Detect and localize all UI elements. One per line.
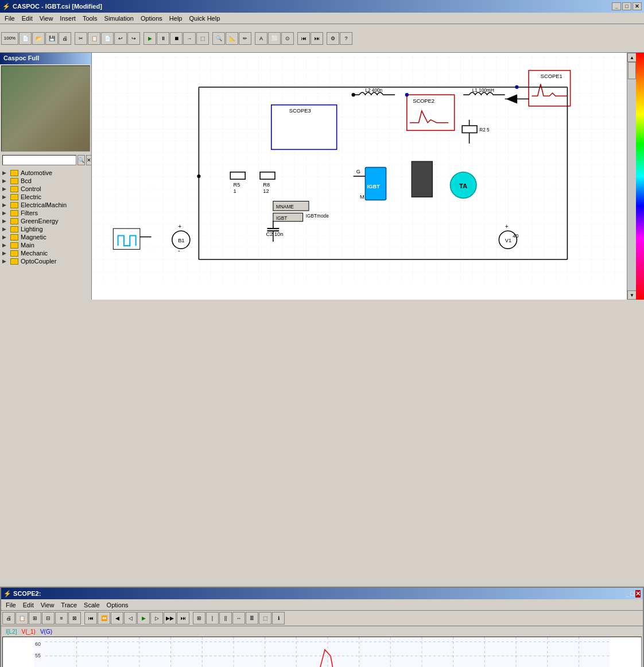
- scope2-menu-view[interactable]: View: [37, 600, 58, 610]
- toolbar-stop[interactable]: ⏹: [170, 32, 183, 45]
- sidebar: Caspoc Full 🔍 ✕ ▶ Automotive ▶ Bcd ▶: [0, 53, 92, 300]
- scope-tb-3[interactable]: ≡: [55, 612, 68, 625]
- menu-bar: File Edit View Insert Tools Simulation O…: [0, 13, 644, 24]
- menu-view[interactable]: View: [36, 14, 57, 23]
- folder-icon: [10, 178, 18, 184]
- toolbar-help[interactable]: ?: [340, 32, 352, 45]
- scope-tb-list[interactable]: ≣: [246, 612, 258, 625]
- sidebar-item-automotive[interactable]: ▶ Automotive: [1, 169, 90, 177]
- toolbar-paste[interactable]: 📄: [101, 32, 114, 45]
- scope2-plot[interactable]: 0 5 10 15 20 25 30 35 40 45 50 55 60: [2, 637, 642, 667]
- menu-quickhelp[interactable]: Quick Help: [185, 14, 223, 23]
- sidebar-item-electric[interactable]: ▶ Electric: [1, 193, 90, 201]
- scope2-menu-edit[interactable]: Edit: [20, 600, 37, 610]
- sidebar-item-electricalmachin[interactable]: ▶ ElectricalMachin: [1, 201, 90, 209]
- sidebar-item-greenenergy[interactable]: ▶ GreenEnergy: [1, 217, 90, 225]
- scroll-up-button[interactable]: ▲: [627, 53, 637, 62]
- scope-tb-prev[interactable]: ⏪: [98, 612, 110, 625]
- minimize-button[interactable]: _: [612, 2, 621, 10]
- toolbar-zoomin[interactable]: 🔍: [212, 32, 225, 45]
- scope-tb-cursor2[interactable]: ||: [219, 612, 232, 625]
- scope-tb-forward[interactable]: ▷: [150, 612, 163, 625]
- tree-label: GreenEnergy: [21, 218, 58, 224]
- scope-tb-2[interactable]: ⊟: [42, 612, 55, 625]
- scroll-down-button[interactable]: ▼: [627, 290, 637, 300]
- toolbar-circle[interactable]: ⊙: [281, 32, 294, 45]
- main-vertical-scrollbar[interactable]: ▲ ▼: [627, 53, 636, 300]
- folder-icon: [10, 194, 18, 200]
- scope-tb-grid[interactable]: ⊞: [193, 612, 205, 625]
- scope2-minimize[interactable]: _: [626, 590, 629, 598]
- sidebar-item-optocoupler[interactable]: ▶ OptoCoupler: [1, 257, 90, 265]
- toolbar-step[interactable]: →: [183, 32, 196, 45]
- scope-tb-4[interactable]: ⊠: [68, 612, 81, 625]
- scope2-menu-file[interactable]: File: [2, 600, 20, 610]
- toolbar-run[interactable]: ▶: [143, 32, 156, 45]
- svg-text:IGBT: IGBT: [276, 216, 287, 221]
- scope-tb-back[interactable]: ◁: [124, 612, 137, 625]
- toolbar-print[interactable]: 🖨: [59, 32, 71, 45]
- sidebar-item-filters[interactable]: ▶ Filters: [1, 209, 90, 217]
- toolbar-undo[interactable]: ↩: [114, 32, 127, 45]
- scope-tb-first[interactable]: ⏮: [84, 612, 97, 625]
- toolbar-new[interactable]: 📄: [19, 32, 32, 45]
- expand-icon: ▶: [2, 194, 8, 200]
- scope2-maximize[interactable]: □: [630, 590, 634, 598]
- maximize-button[interactable]: □: [622, 2, 631, 10]
- tree-label: Magnetic: [21, 234, 46, 241]
- scope-tb-print[interactable]: 🖨: [2, 612, 15, 625]
- toolbar-wire[interactable]: ✏: [239, 32, 251, 45]
- toolbar-copy[interactable]: 📋: [88, 32, 100, 45]
- toolbar-text[interactable]: A: [255, 32, 267, 45]
- sidebar-item-magnetic[interactable]: ▶ Magnetic: [1, 233, 90, 241]
- scope-tb-play[interactable]: ▶: [137, 612, 150, 625]
- scope-tb-1[interactable]: ⊞: [29, 612, 41, 625]
- toolbar-box[interactable]: ⬜: [268, 32, 281, 45]
- sidebar-item-main[interactable]: ▶ Main: [1, 241, 90, 249]
- scope-tb-last[interactable]: ⏭: [177, 612, 189, 625]
- sidebar-preview: [2, 66, 90, 151]
- scope2-close[interactable]: ✕: [635, 590, 641, 598]
- menu-options[interactable]: Options: [137, 14, 166, 23]
- scope-tb-cursor1[interactable]: |: [206, 612, 219, 625]
- toolbar-redo[interactable]: ↪: [127, 32, 140, 45]
- tree-label: Mechanic: [21, 250, 48, 257]
- scope-tb-fullscreen[interactable]: ⬚: [259, 612, 271, 625]
- scope-tb-rewind[interactable]: ◀: [111, 612, 123, 625]
- menu-tools[interactable]: Tools: [79, 14, 101, 23]
- scope-tb-info[interactable]: ℹ: [272, 612, 285, 625]
- svg-point-22: [405, 93, 409, 96]
- toolbar-pause[interactable]: ⏸: [157, 32, 169, 45]
- toolbar-first[interactable]: ⏮: [297, 32, 310, 45]
- search-clear[interactable]: ✕: [86, 155, 92, 165]
- menu-simulation[interactable]: Simulation: [101, 14, 137, 23]
- scope-tb-fforward[interactable]: ▶▶: [164, 612, 176, 625]
- scope2-title: ⚡ SCOPE2:: [3, 590, 41, 598]
- schematic-area[interactable]: SCOPE1 SCOPE2 SCOPE3 L2 400n: [92, 53, 627, 300]
- scope2-menu-scale[interactable]: Scale: [80, 600, 103, 610]
- toolbar-cut[interactable]: ✂: [75, 32, 87, 45]
- scope-tb-copy[interactable]: 📋: [15, 612, 28, 625]
- menu-insert[interactable]: Insert: [56, 14, 79, 23]
- search-button[interactable]: 🔍: [77, 155, 85, 165]
- toolbar-settings[interactable]: ⚙: [327, 32, 339, 45]
- toolbar-measure[interactable]: 📐: [226, 32, 238, 45]
- menu-edit[interactable]: Edit: [18, 14, 36, 23]
- toolbar-save[interactable]: 💾: [45, 32, 58, 45]
- toolbar-reset[interactable]: ⬚: [196, 32, 209, 45]
- sidebar-item-control[interactable]: ▶ Control: [1, 185, 90, 193]
- search-input[interactable]: [2, 155, 76, 165]
- toolbar-open[interactable]: 📂: [32, 32, 45, 45]
- sidebar-item-bcd[interactable]: ▶ Bcd: [1, 177, 90, 185]
- scope2-menu-options[interactable]: Options: [103, 600, 132, 610]
- svg-text:TA: TA: [459, 183, 467, 189]
- toolbar-last[interactable]: ⏭: [311, 32, 323, 45]
- sidebar-item-lighting[interactable]: ▶ Lighting: [1, 225, 90, 233]
- scope2-menu-trace[interactable]: Trace: [57, 600, 80, 610]
- menu-file[interactable]: File: [1, 14, 18, 23]
- sidebar-item-mechanic[interactable]: ▶ Mechanic: [1, 249, 90, 257]
- scroll-track[interactable]: [627, 62, 636, 290]
- close-button[interactable]: ✕: [633, 2, 642, 10]
- menu-help[interactable]: Help: [166, 14, 186, 23]
- scope-tb-measure[interactable]: ↔: [232, 612, 245, 625]
